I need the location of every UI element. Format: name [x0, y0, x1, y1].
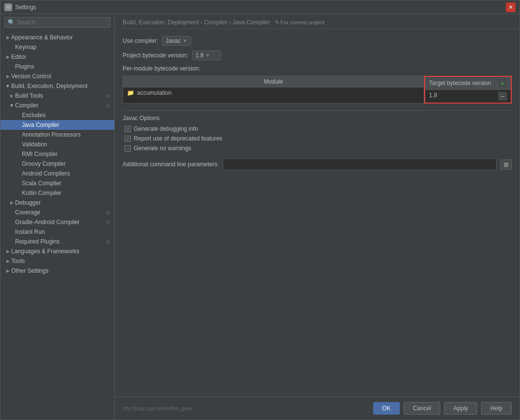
- add-module-button[interactable]: +: [498, 79, 507, 88]
- expand-arrow: [15, 122, 22, 128]
- sidebar-item-required-plugins[interactable]: Required Plugins ⚙: [0, 237, 114, 246]
- expand-arrow: [15, 170, 22, 177]
- sidebar-tree: ▶ Appearance & Behavior Keymap ▶ Editor …: [0, 31, 114, 420]
- module-icon: 📁: [127, 89, 134, 96]
- deprecated-features-checkbox[interactable]: ✓: [125, 136, 131, 142]
- sidebar-item-annotation-proc[interactable]: Annotation Processors: [0, 130, 114, 140]
- table-row: 📁 accumulation: [123, 88, 424, 98]
- sidebar-item-coverage[interactable]: Coverage ⚙: [0, 208, 114, 217]
- sidebar-item-scala-compiler[interactable]: Scala Compiler: [0, 178, 114, 188]
- sidebar-item-label: Compiler: [15, 102, 38, 109]
- no-warnings-checkbox[interactable]: [125, 145, 131, 152]
- sidebar-item-label: Plugins: [15, 63, 34, 70]
- sidebar-item-version-control[interactable]: ▶ Version Control: [0, 71, 114, 81]
- generate-debug-checkbox[interactable]: ✓: [125, 126, 131, 132]
- sidebar-item-gradle-android[interactable]: Gradle-Android Compiler ⚙: [0, 217, 114, 227]
- sidebar-item-label: Coverage: [15, 209, 40, 216]
- sidebar-item-compiler[interactable]: ▼ Compiler ⚙: [0, 101, 114, 110]
- sidebar: 🔍 ▶ Appearance & Behavior Keymap ▶ Edito…: [0, 14, 115, 420]
- breadcrumb-path: Build, Execution, Deployment › Compiler …: [123, 19, 270, 26]
- sidebar-item-editor[interactable]: ▶ Editor: [0, 52, 114, 62]
- sidebar-item-groovy-compiler[interactable]: Groovy Compiler: [0, 159, 114, 169]
- apply-button[interactable]: Apply: [444, 402, 477, 415]
- divider: [123, 110, 512, 111]
- expand-arrow: ▼: [4, 83, 11, 89]
- target-bytecode-panel: Target bytecode version + 1.8 −: [424, 76, 512, 104]
- expand-arrow: ▶: [4, 258, 11, 264]
- sidebar-item-label: Java Compiler: [22, 122, 59, 128]
- sidebar-item-appearance[interactable]: ▶ Appearance & Behavior: [0, 33, 114, 42]
- project-bytecode-label: Project bytecode version:: [123, 52, 188, 59]
- sidebar-item-label: Android Compilers: [22, 170, 70, 177]
- cmd-input[interactable]: [223, 158, 497, 170]
- search-input[interactable]: [17, 19, 107, 26]
- sidebar-item-label: Build Tools: [15, 92, 43, 99]
- titlebar: ⚙ Settings ✕: [0, 0, 520, 14]
- module-table-wrapper: Module 📁 accumulation Target bytecode ve…: [123, 76, 512, 104]
- sidebar-item-label: Excludes: [22, 112, 46, 119]
- sidebar-item-excludes[interactable]: Excludes: [0, 110, 114, 120]
- expand-arrow: [15, 151, 22, 158]
- expand-arrow: [8, 238, 15, 245]
- module-table: Module 📁 accumulation: [123, 76, 424, 104]
- sidebar-item-label: Tools: [11, 258, 25, 264]
- sidebar-item-label: Annotation Processors: [22, 131, 81, 138]
- settings-window: ⚙ Settings ✕ 🔍 ▶ Appearance & Behavior K…: [0, 0, 520, 420]
- sidebar-item-plugins[interactable]: Plugins: [0, 62, 114, 71]
- expand-arrow: ▶: [4, 34, 11, 41]
- target-col-header: Target bytecode version +: [425, 77, 511, 90]
- module-bytecode-value: 1.8: [429, 92, 437, 99]
- sidebar-item-other-settings[interactable]: ▶ Other Settings: [0, 266, 114, 276]
- sidebar-item-languages[interactable]: ▶ Languages & Frameworks: [0, 246, 114, 256]
- cmd-expand-button[interactable]: ⊞: [501, 159, 512, 170]
- sidebar-item-build-exec[interactable]: ▼ Build, Execution, Deployment: [0, 81, 114, 91]
- expand-arrow: [8, 228, 15, 235]
- expand-arrow: ▶: [4, 267, 11, 274]
- sidebar-item-label: Kotlin Compiler: [22, 190, 61, 196]
- sidebar-item-keymap[interactable]: Keymap: [0, 42, 114, 52]
- project-bytecode-dropdown[interactable]: 1.8 ▼: [192, 51, 221, 60]
- target-col-label: Target bytecode version: [429, 80, 491, 87]
- close-button[interactable]: ✕: [506, 2, 516, 12]
- search-box[interactable]: 🔍: [4, 17, 110, 28]
- sidebar-item-rmi-compiler[interactable]: RMI Compiler: [0, 149, 114, 159]
- settings-icon: ⚙: [106, 210, 110, 215]
- breadcrumb: Build, Execution, Deployment › Compiler …: [115, 14, 520, 29]
- sidebar-item-tools[interactable]: ▶ Tools: [0, 256, 114, 266]
- expand-arrow: [8, 209, 15, 216]
- settings-icon: ⚙: [106, 103, 110, 108]
- per-module-label: Per-module bytecode version:: [123, 65, 512, 72]
- for-project-label: ✎ For current project: [275, 19, 324, 25]
- cmd-label: Additional command line parameters:: [123, 161, 219, 168]
- sidebar-item-android-compilers[interactable]: Android Compilers: [0, 169, 114, 178]
- help-button[interactable]: Help: [481, 402, 512, 415]
- module-name: accumulation: [137, 89, 172, 96]
- sidebar-item-debugger[interactable]: ▶ Debugger: [0, 198, 114, 208]
- expand-arrow: [15, 160, 22, 167]
- sidebar-item-build-tools[interactable]: ▶ Build Tools ⚙: [0, 91, 114, 101]
- sidebar-item-label: Gradle-Android Compiler: [15, 219, 80, 226]
- use-compiler-dropdown[interactable]: Javac ▼: [162, 36, 191, 46]
- sidebar-item-label: Editor: [11, 53, 26, 60]
- sidebar-item-java-compiler[interactable]: Java Compiler: [0, 120, 114, 130]
- expand-arrow: [15, 141, 22, 148]
- app-icon: ⚙: [4, 3, 12, 11]
- settings-icon: ⚙: [106, 220, 110, 225]
- remove-module-button[interactable]: −: [498, 92, 507, 101]
- sidebar-item-validation[interactable]: Validation: [0, 140, 114, 149]
- sidebar-item-label: Scala Compiler: [22, 180, 61, 187]
- expand-arrow: ▶: [8, 199, 15, 206]
- expand-arrow: ▶: [4, 53, 11, 60]
- expand-arrow: [15, 190, 22, 196]
- sidebar-item-kotlin-compiler[interactable]: Kotlin Compiler: [0, 188, 114, 198]
- expand-arrow: [15, 112, 22, 119]
- sidebar-item-label: Build, Execution, Deployment: [11, 83, 88, 89]
- sidebar-item-label: Debugger: [15, 199, 41, 206]
- deprecated-features-label: Report use of deprecated features: [134, 135, 222, 142]
- checkbox-row-3: Generate no warnings: [123, 145, 512, 152]
- ok-button[interactable]: OK: [373, 402, 400, 415]
- cancel-button[interactable]: Cancel: [404, 402, 440, 415]
- generate-debug-label: Generate debugging info: [134, 125, 198, 132]
- sidebar-item-label: Languages & Frameworks: [11, 248, 79, 255]
- sidebar-item-instant-run[interactable]: Instant Run: [0, 227, 114, 237]
